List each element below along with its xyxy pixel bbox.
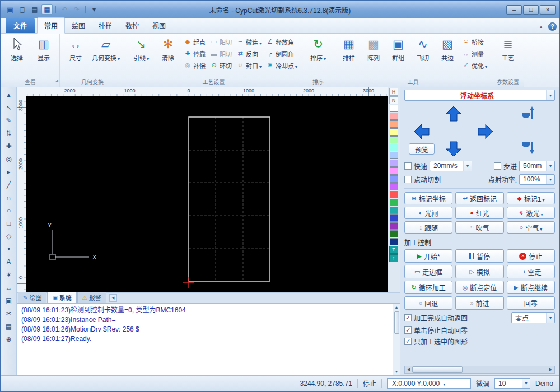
scroll-thumb[interactable] <box>412 366 463 373</box>
jog-left-button[interactable] <box>413 123 430 140</box>
color-swatch[interactable] <box>390 191 398 198</box>
select-tool-icon[interactable]: ↖ <box>3 101 15 113</box>
jog-up-button[interactable] <box>445 105 462 122</box>
color-swatch[interactable] <box>390 120 398 128</box>
minimize-button[interactable]: – <box>506 5 522 15</box>
palette-h-icon[interactable]: H <box>389 88 398 96</box>
star-tool-icon[interactable]: ✶ <box>3 269 15 281</box>
pause-button[interactable]: 暂停 <box>455 249 503 263</box>
polygon-tool-icon[interactable]: ◇ <box>3 230 15 242</box>
log-vertical-scrollbar[interactable] <box>393 304 400 375</box>
color-swatch[interactable] <box>390 152 398 159</box>
point-tool-icon[interactable]: • <box>3 243 15 255</box>
collapse-ribbon-icon[interactable] <box>536 23 545 31</box>
new-file-icon[interactable]: ▢ <box>17 4 28 15</box>
color-swatch[interactable] <box>390 214 398 222</box>
tab-draw[interactable]: 绘图 <box>65 18 92 33</box>
scroll-left-icon[interactable] <box>405 366 412 373</box>
log-tab-system[interactable]: ▣系统 <box>47 291 76 303</box>
trim-tool-icon[interactable]: ✂ <box>3 307 15 319</box>
follow-button[interactable]: ↕跟随 <box>404 221 452 234</box>
color-swatch[interactable] <box>390 113 398 120</box>
qat-more-icon[interactable]: ▾ <box>88 4 100 15</box>
panel-horizontal-scrollbar[interactable] <box>404 366 555 374</box>
sort-button[interactable]: ↻ 排序 <box>305 35 331 78</box>
bridge-item[interactable]: ≍桥接 <box>460 37 489 46</box>
frame-tool-icon[interactable]: ▣ <box>3 295 15 306</box>
forward-button[interactable]: »前进 <box>455 296 503 310</box>
scroll-thumb[interactable] <box>394 311 399 334</box>
tab-file[interactable]: 文件 <box>6 18 35 33</box>
common-edge-button[interactable]: ▧ 共边 <box>436 35 459 78</box>
circle-tool-icon[interactable]: ○ <box>3 204 15 216</box>
breakpoint-resume-button[interactable]: ▶断点继续 <box>507 281 555 294</box>
inner-cut-item[interactable]: ▬阴切 <box>208 49 234 58</box>
coordinate-system-select[interactable]: 浮动坐标系 <box>404 90 555 101</box>
tab-nest[interactable]: 排样 <box>92 18 119 33</box>
color-swatch[interactable] <box>390 183 398 190</box>
log-tab-draw[interactable]: ✎绘图 <box>18 291 46 303</box>
jog-cut-checkbox[interactable] <box>404 176 412 183</box>
app-icon[interactable]: ▣ <box>4 4 16 15</box>
jog-right-button[interactable] <box>477 123 494 140</box>
start-point-item[interactable]: ◆起点 <box>182 37 207 46</box>
color-swatch[interactable] <box>390 199 398 206</box>
size-button[interactable]: ↔ 尺寸 <box>63 35 88 78</box>
help-icon[interactable]: ? <box>548 22 557 31</box>
compensation-item[interactable]: ◎补偿 <box>182 60 207 70</box>
mark-coord-button[interactable]: ⊕标记坐标 <box>404 192 452 204</box>
report-tool-icon[interactable]: ▤ <box>3 320 15 332</box>
origin-tool-icon[interactable]: ⊕ <box>3 333 15 345</box>
cooling-point-item[interactable]: ✱冷却点 <box>264 60 299 70</box>
tab-home[interactable]: 常用 <box>37 17 65 34</box>
palette-up-icon[interactable]: ↑ <box>389 254 398 262</box>
auto-return-checkbox[interactable] <box>404 314 412 321</box>
speed-select[interactable]: 20mm/s <box>430 161 472 171</box>
blow-button[interactable]: ≈吹气 <box>455 221 503 234</box>
fillet-item[interactable]: ╭倒圆角 <box>264 49 299 58</box>
select-button[interactable]: 选择 <box>4 35 30 78</box>
reverse-item[interactable]: ⇄反向 <box>235 49 263 58</box>
scroll-up-icon[interactable] <box>393 304 400 311</box>
lead-line-button[interactable]: ↘ 引线 <box>128 35 154 78</box>
close-button[interactable]: × <box>540 5 556 15</box>
order-edit-tool-icon[interactable]: ⇅ <box>3 127 15 139</box>
color-swatch[interactable] <box>390 160 398 167</box>
tab-nc[interactable]: 数控 <box>119 18 146 33</box>
home-button[interactable]: 回零 <box>507 296 555 310</box>
jog-down-button[interactable] <box>445 141 462 157</box>
dock-item[interactable]: ✚停靠 <box>182 49 207 58</box>
scroll-down-icon[interactable] <box>393 368 400 375</box>
position-readout[interactable]: X:0.000 Y:0.000 <box>387 378 471 389</box>
release-corner-item[interactable]: ∠释放角 <box>264 37 299 46</box>
geometry-transform-button[interactable]: ▱ 几何变换 <box>90 35 122 78</box>
burst-power-select[interactable]: 100% <box>519 174 555 185</box>
measure-tool-icon[interactable]: ↔ <box>3 282 15 293</box>
stop-button[interactable]: 停止 <box>507 249 555 263</box>
redo-icon[interactable]: ↷ <box>71 4 82 15</box>
seal-item[interactable]: ∪封口 <box>235 60 263 70</box>
dialog-launcher-icon[interactable]: ◢ <box>55 76 58 85</box>
ring-cut-item[interactable]: ⊙环切 <box>208 60 234 70</box>
simulate-button[interactable]: ▷模拟 <box>455 265 503 278</box>
array-button[interactable]: ▩ 阵列 <box>362 35 385 78</box>
color-swatch[interactable] <box>390 128 398 136</box>
optimize-item[interactable]: ✓优化 <box>460 60 489 70</box>
micro-joint-item[interactable]: ┉微连 <box>235 37 263 46</box>
frame-button[interactable]: ▭走边框 <box>404 265 452 278</box>
loop-button[interactable]: ↻循环加工 <box>404 281 452 294</box>
rect-tool-icon[interactable]: □ <box>3 217 15 229</box>
pan-tool-icon[interactable]: ✚ <box>3 140 15 152</box>
step-checkbox[interactable] <box>494 162 501 170</box>
color-swatch[interactable] <box>390 144 398 151</box>
mark1-button[interactable]: ◆标记1 <box>507 192 555 204</box>
back-button[interactable]: «回退 <box>404 296 452 310</box>
selected-only-checkbox[interactable] <box>404 338 412 345</box>
open-file-icon[interactable]: ▤ <box>29 4 40 15</box>
drawing-canvas[interactable]: Y X <box>26 96 388 292</box>
measure-item[interactable]: ↔测量 <box>460 49 489 58</box>
line-tool-icon[interactable]: ╱ <box>3 179 15 190</box>
workpiece-rect[interactable] <box>189 117 270 281</box>
color-swatch[interactable] <box>390 136 398 143</box>
craft-button[interactable]: ≣ 工艺 <box>495 35 521 78</box>
